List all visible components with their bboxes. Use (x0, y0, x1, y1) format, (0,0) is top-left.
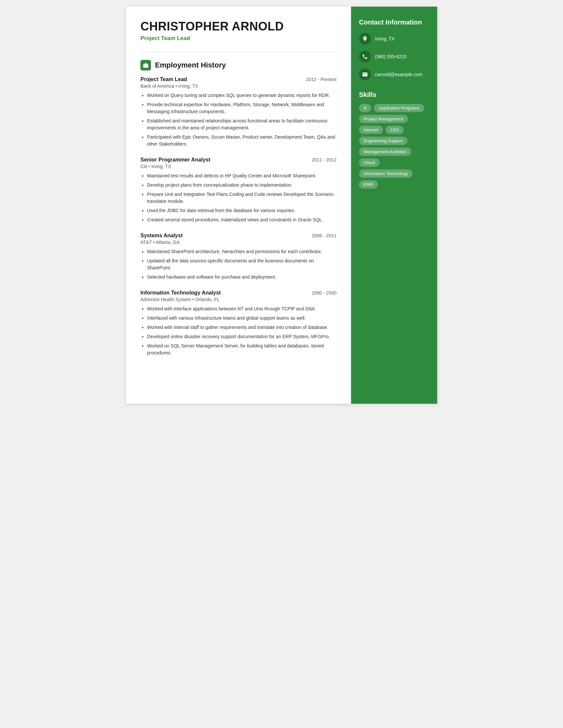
job-company: Adventist Health System • Orlando, FL (140, 297, 337, 302)
job-top: Project Team Lead2012 - Present (140, 76, 337, 82)
contact-email-text: carnold@example.com (375, 72, 422, 77)
list-item: Maintained test results and defects in H… (147, 172, 337, 179)
phone-icon-bg (359, 51, 371, 63)
skill-tag: Cloud (359, 159, 380, 167)
skill-tag: Project Management (359, 115, 408, 123)
employment-icon (140, 60, 151, 70)
job-title: Project Team Lead (140, 35, 337, 42)
location-icon-bg (359, 33, 371, 45)
job-entry: Project Team Lead2012 - PresentBank of A… (140, 76, 337, 148)
email-icon-bg (359, 68, 371, 80)
job-bullets: Worked with interface applications betwe… (140, 305, 337, 356)
skills-section-title: Skills (359, 91, 429, 99)
phone-icon (362, 54, 368, 60)
list-item: Provide technical expertise for Hardware… (147, 101, 337, 115)
list-item: Selected hardware and software for purch… (147, 274, 337, 281)
job-company: Bank of America • Irving, TX (140, 83, 337, 89)
job-top: Systems Analyst2006 - 2011 (140, 233, 337, 239)
job-entry: Senior Programmer Analyst2011 - 2012Citi… (140, 157, 337, 223)
name: CHRISTOPHER ARNOLD (140, 20, 337, 33)
job-dates: 2012 - Present (306, 77, 337, 82)
list-item: Created several stored procedures, mater… (147, 216, 337, 223)
job-dates: 1990 - 2000 (312, 290, 337, 296)
contact-phone: (560) 555-6215 (359, 51, 429, 63)
skills-section: Skills RApplication ProgramsProject Mana… (359, 91, 429, 189)
employment-section-title: Employment History (155, 61, 226, 69)
skill-tag: Internet (359, 126, 383, 134)
list-item: Participated with Epic Owners, Scrum Mas… (147, 134, 337, 148)
job-dates: 2011 - 2012 (312, 157, 337, 162)
resume-container: CHRISTOPHER ARNOLD Project Team Lead Emp… (126, 7, 437, 404)
jobs-container: Project Team Lead2012 - PresentBank of A… (140, 76, 337, 356)
list-item: Maintained SharePoint architecture, hier… (147, 248, 337, 255)
list-item: Used the JDBC for data retrieval from th… (147, 207, 337, 214)
job-top: Information Technology Analyst1990 - 200… (140, 290, 337, 296)
skill-tag: EMR (359, 180, 378, 189)
list-item: Worked on SQL Server Management Server, … (147, 342, 337, 356)
list-item: Worked on Query tuning and complex SQL q… (147, 92, 337, 99)
list-item: Worked with interface applications betwe… (147, 305, 337, 312)
skill-tag: Engineering Support (359, 137, 408, 145)
job-entry: Systems Analyst2006 - 2011AT&T • Atlanta… (140, 233, 337, 281)
job-company: Citi • Irving, TX (140, 164, 337, 169)
skill-tag: Information Technology (359, 169, 413, 178)
contact-location: Irving, TX (359, 33, 429, 45)
job-title-text: Project Team Lead (140, 76, 187, 82)
contact-email: carnold@example.com (359, 68, 429, 80)
job-title-text: Senior Programmer Analyst (140, 157, 210, 163)
skills-tags: RApplication ProgramsProject ManagementI… (359, 104, 429, 189)
employment-header: Employment History (140, 60, 337, 70)
list-item: Established and maintained relationships… (147, 117, 337, 131)
list-item: Updated all the data sources-specific do… (147, 257, 337, 271)
list-item: Interfaced with various infrastructure t… (147, 315, 337, 322)
list-item: Developed online disaster recovery suppo… (147, 333, 337, 340)
briefcase-icon (143, 62, 149, 68)
list-item: Develop project plans from conceptualiza… (147, 182, 337, 189)
job-entry: Information Technology Analyst1990 - 200… (140, 290, 337, 356)
skill-tag: R (359, 104, 371, 112)
job-title-text: Systems Analyst (140, 233, 182, 239)
divider (140, 52, 337, 52)
skill-tag: Application Programs (374, 104, 424, 112)
contact-phone-text: (560) 555-6215 (375, 54, 407, 59)
job-bullets: Worked on Query tuning and complex SQL q… (140, 92, 337, 148)
job-bullets: Maintained SharePoint architecture, hier… (140, 248, 337, 281)
contact-section-title: Contact Information (359, 19, 429, 26)
job-title-text: Information Technology Analyst (140, 290, 221, 296)
contact-location-text: Irving, TX (375, 36, 395, 41)
skill-tag: Management Activities (359, 148, 411, 156)
job-dates: 2006 - 2011 (312, 233, 337, 238)
job-company: AT&T • Atlanta, GA (140, 240, 337, 245)
sidebar: Contact Information Irving, TX (560) 555… (351, 7, 437, 404)
job-top: Senior Programmer Analyst2011 - 2012 (140, 157, 337, 163)
list-item: Prepare Unit and Integration Test Plans … (147, 191, 337, 205)
job-bullets: Maintained test results and defects in H… (140, 172, 337, 223)
location-icon (362, 36, 368, 42)
main-content: CHRISTOPHER ARNOLD Project Team Lead Emp… (126, 7, 351, 404)
list-item: Worked with internal staff to gather req… (147, 324, 337, 331)
email-icon (362, 71, 368, 77)
skill-tag: CSS (386, 126, 404, 134)
